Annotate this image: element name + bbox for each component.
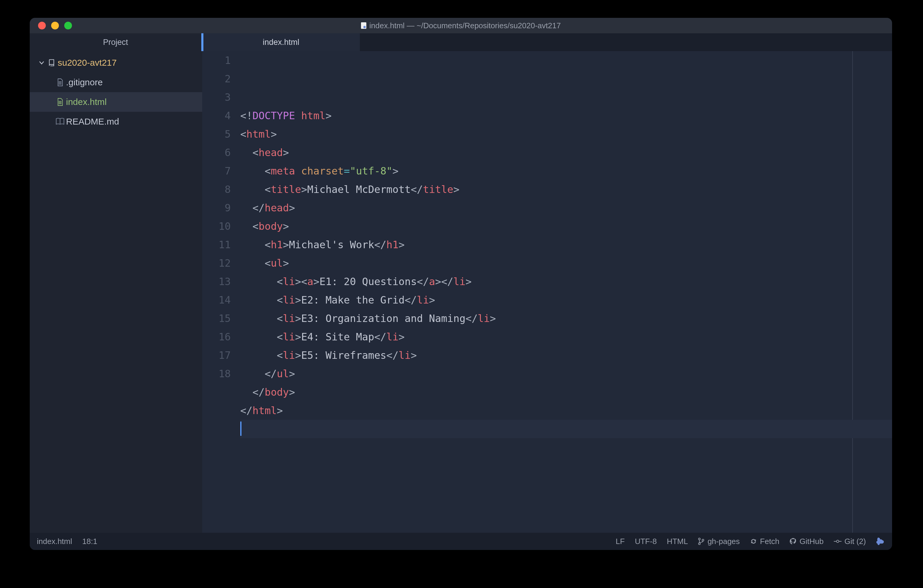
tree-item-label: README.md: [66, 117, 119, 126]
app-window: index.html — ~/Documents/Repositories/su…: [30, 18, 892, 550]
code-line[interactable]: <body>: [240, 217, 892, 235]
line-number: 1: [202, 51, 231, 69]
file-icon: [54, 98, 66, 106]
line-number: 16: [202, 328, 231, 346]
squirrel-icon[interactable]: [876, 537, 885, 546]
maximize-window-button[interactable]: [64, 22, 72, 30]
code-editor[interactable]: 123456789101112131415161718 <!DOCTYPE ht…: [202, 51, 892, 533]
svg-point-1: [698, 543, 700, 545]
status-line-ending[interactable]: LF: [616, 537, 625, 546]
code-line[interactable]: <html>: [240, 125, 892, 143]
tree-file-gitignore[interactable]: .gitignore: [30, 72, 202, 92]
line-number: 5: [202, 125, 231, 143]
sync-icon: [750, 538, 757, 545]
status-cursor-position[interactable]: 18:1: [82, 537, 97, 546]
code-line[interactable]: <li>E3: Organization and Naming</li>: [240, 309, 892, 328]
line-number: 17: [202, 346, 231, 365]
text-cursor: [240, 422, 241, 436]
modified-file-icon: [361, 22, 366, 29]
branch-icon: [698, 537, 705, 545]
code-line[interactable]: [240, 420, 892, 438]
code-area[interactable]: <!DOCTYPE html><html> <head> <meta chars…: [240, 51, 892, 533]
status-git[interactable]: Git (2): [834, 537, 866, 546]
line-number: 15: [202, 309, 231, 328]
close-window-button[interactable]: [38, 22, 46, 30]
tree-root-folder[interactable]: su2020-avt217: [30, 53, 202, 72]
line-number: 18: [202, 365, 231, 383]
code-line[interactable]: <ul>: [240, 254, 892, 272]
tree-item-label: index.html: [66, 97, 107, 107]
line-number: 12: [202, 254, 231, 272]
line-number: 7: [202, 162, 231, 180]
status-fetch-label: Fetch: [760, 537, 779, 546]
repo-icon: [46, 59, 57, 67]
line-number: 3: [202, 88, 231, 107]
code-line[interactable]: </html>: [240, 401, 892, 420]
code-line[interactable]: <h1>Michael's Work</h1>: [240, 235, 892, 254]
code-line[interactable]: </head>: [240, 199, 892, 217]
code-line[interactable]: <li>E2: Make the Grid</li>: [240, 291, 892, 309]
tree-file-readme[interactable]: README.md: [30, 112, 202, 131]
line-number: 14: [202, 291, 231, 309]
status-branch-label: gh-pages: [708, 537, 739, 546]
svg-point-3: [836, 540, 839, 542]
status-bar: index.html 18:1 LF UTF-8 HTML gh-pages F…: [30, 533, 892, 550]
status-fetch[interactable]: Fetch: [750, 537, 779, 546]
line-number: 4: [202, 107, 231, 125]
line-number: 10: [202, 217, 231, 235]
github-icon: [790, 538, 797, 545]
code-line[interactable]: <!DOCTYPE html>: [240, 107, 892, 125]
book-icon: [54, 118, 66, 125]
status-grammar[interactable]: HTML: [667, 537, 688, 546]
svg-point-2: [702, 539, 704, 541]
sidebar-tab-project[interactable]: Project: [30, 33, 202, 51]
titlebar: index.html — ~/Documents/Repositories/su…: [30, 18, 892, 33]
svg-point-0: [698, 538, 700, 540]
window-title: index.html — ~/Documents/Repositories/su…: [370, 21, 561, 30]
status-branch[interactable]: gh-pages: [698, 537, 739, 546]
line-number: 8: [202, 180, 231, 199]
status-file-path[interactable]: index.html: [37, 537, 72, 546]
tab-bar: index.html: [202, 33, 892, 51]
tab-index-html[interactable]: index.html: [202, 33, 360, 51]
line-number-gutter: 123456789101112131415161718: [202, 51, 240, 533]
line-number: 13: [202, 272, 231, 291]
status-git-label: Git (2): [844, 537, 866, 546]
tree-file-index-html[interactable]: index.html: [30, 92, 202, 112]
code-line[interactable]: </body>: [240, 383, 892, 401]
git-commit-icon: [834, 538, 841, 544]
line-number: 9: [202, 199, 231, 217]
status-github[interactable]: GitHub: [790, 537, 824, 546]
code-line[interactable]: <li>E5: Wireframes</li>: [240, 346, 892, 365]
file-icon: [54, 78, 66, 87]
tab-label: index.html: [263, 38, 299, 47]
minimize-window-button[interactable]: [51, 22, 59, 30]
status-encoding[interactable]: UTF-8: [635, 537, 657, 546]
code-line[interactable]: </ul>: [240, 365, 892, 383]
status-github-label: GitHub: [800, 537, 824, 546]
code-line[interactable]: <head>: [240, 143, 892, 162]
chevron-down-icon[interactable]: [38, 60, 46, 66]
editor-pane: index.html 123456789101112131415161718 <…: [202, 33, 892, 533]
line-number: 2: [202, 69, 231, 88]
tree-item-label: .gitignore: [66, 77, 103, 87]
line-number: 11: [202, 235, 231, 254]
line-number: 6: [202, 143, 231, 162]
sidebar-tab-label: Project: [103, 38, 128, 47]
file-tree: su2020-avt217 .gitignore index.html: [30, 51, 202, 131]
sidebar: Project su2020-avt217: [30, 33, 202, 533]
code-line[interactable]: <li>E4: Site Map</li>: [240, 328, 892, 346]
code-line[interactable]: <li><a>E1: 20 Questions</a></li>: [240, 272, 892, 291]
code-line[interactable]: <title>Michael McDermott</title>: [240, 180, 892, 199]
window-controls: [30, 22, 72, 30]
code-line[interactable]: <meta charset="utf-8">: [240, 162, 892, 180]
tree-root-label: su2020-avt217: [57, 57, 117, 68]
